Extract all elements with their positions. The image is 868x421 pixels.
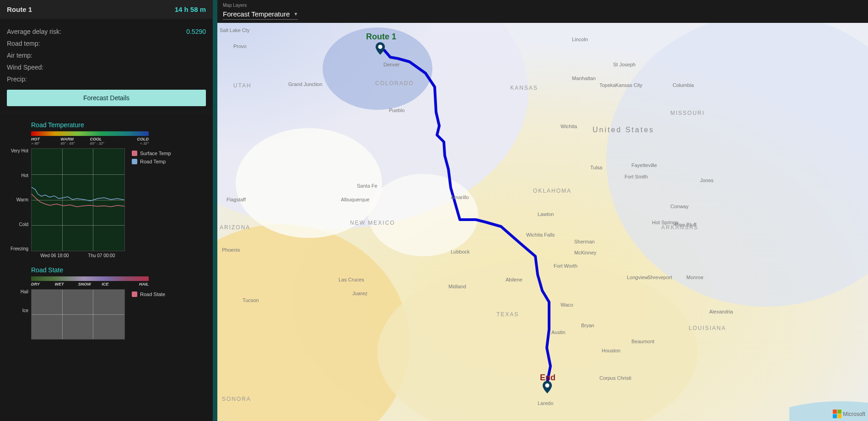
svg-point-10 [545, 383, 549, 388]
route-start-label: Route 1 [366, 32, 396, 42]
stat-row: Precip: [7, 73, 206, 85]
panel-divider[interactable] [213, 0, 217, 421]
route-duration: 14 h 58 m [175, 5, 206, 13]
route-header: Route 1 14 h 58 m [0, 0, 213, 19]
legend-swatch-icon [132, 151, 137, 156]
charts-block: Road Temperature HOT> 95° WARM95° - 65° … [0, 114, 213, 421]
svg-point-8 [368, 174, 478, 256]
temp-gradient-labels: HOT> 95° WARM95° - 65° COOL65° - 32° COL… [31, 137, 149, 146]
road-temp-plot[interactable] [31, 148, 125, 251]
chart-title-road-state: Road State [31, 266, 208, 274]
stat-row: Wind Speed: [7, 61, 206, 73]
map-header: Map Layers Forecast Temperature ▼ [217, 0, 868, 23]
sidebar: Route 1 14 h 58 m Average delay risk:0.5… [0, 0, 213, 421]
stat-label: Road temp: [7, 40, 40, 47]
route-title: Route 1 [7, 5, 32, 13]
chevron-down-icon: ▼ [293, 11, 298, 16]
svg-point-9 [378, 45, 382, 49]
microsoft-attribution: Microsoft [833, 410, 865, 418]
chart-legend: Surface Temp Road Temp [125, 148, 184, 251]
map-layer-select[interactable]: Forecast Temperature ▼ [223, 9, 298, 20]
chart-title-road-temp: Road Temperature [31, 121, 208, 129]
map-layers-label: Map Layers [223, 3, 863, 8]
temp-gradient-icon [31, 131, 149, 136]
stat-row: Road temp: [7, 38, 206, 49]
stat-label: Average delay risk: [7, 28, 61, 35]
route-stats: Average delay risk:0.5290 Road temp: Air… [0, 19, 213, 111]
map-panel: Map Layers Forecast Temperature ▼ [217, 0, 868, 421]
end-marker-icon[interactable] [542, 381, 552, 394]
legend-swatch-icon [132, 159, 137, 164]
microsoft-logo-icon [833, 410, 841, 418]
stat-value: 0.5290 [186, 28, 206, 35]
svg-point-7 [236, 128, 382, 238]
state-gradient-labels: DRY WET SNOW ICE HAIL [31, 282, 149, 286]
chart-legend: Road State [125, 289, 184, 340]
legend-swatch-icon [132, 291, 137, 297]
chart-xlabels: Wed 06 18:00Thu 07 00:00 [31, 251, 125, 258]
stat-label: Air temp: [7, 52, 32, 59]
stat-row: Air temp: [7, 49, 206, 61]
layer-selected-value: Forecast Temperature [223, 10, 290, 18]
stat-label: Precip: [7, 76, 27, 83]
start-marker-icon[interactable] [375, 42, 385, 55]
stat-label: Wind Speed: [7, 64, 43, 71]
forecast-details-button[interactable]: Forecast Details [7, 90, 206, 106]
state-gradient-icon [31, 276, 149, 281]
chart-ylabels: HailIce [5, 289, 31, 340]
road-state-plot[interactable] [31, 289, 125, 340]
stat-row: Average delay risk:0.5290 [7, 26, 206, 38]
chart-ylabels: Very HotHotWarmColdFreezing [5, 148, 31, 251]
map-canvas[interactable]: Route 1 End United States COLORADO KANSA… [217, 23, 868, 421]
